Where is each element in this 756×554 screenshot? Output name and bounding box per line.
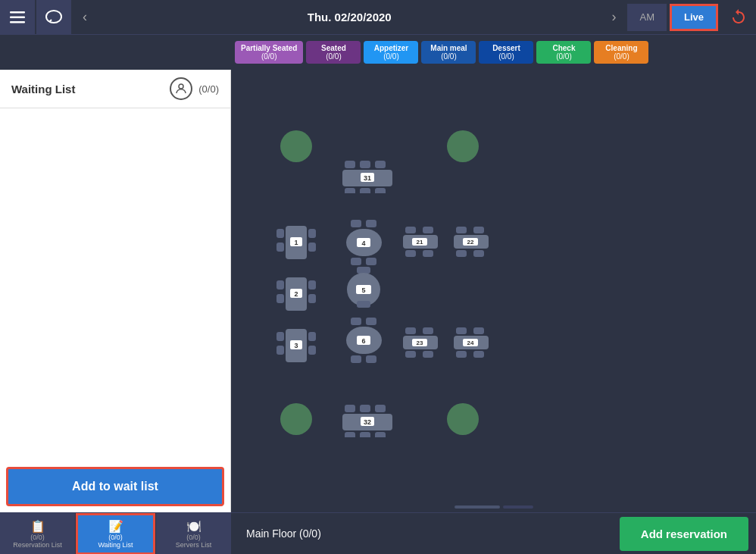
svg-rect-88 [375, 432, 386, 437]
svg-rect-65 [366, 355, 376, 363]
sidebar-header: Waiting List (0/0) [0, 70, 230, 108]
svg-rect-35 [456, 227, 467, 233]
svg-text:21: 21 [417, 239, 423, 246]
svg-rect-6 [360, 161, 370, 168]
servers-list-icon: 🍽️ [186, 519, 201, 534]
table-1[interactable]: 1 [275, 221, 317, 266]
svg-rect-31 [405, 250, 416, 257]
svg-rect-75 [456, 327, 467, 334]
tab-count: (0/0) [108, 534, 123, 541]
svg-rect-28 [405, 227, 416, 233]
svg-rect-1 [10, 17, 25, 19]
live-button[interactable]: Live [670, 4, 718, 31]
svg-rect-79 [473, 351, 484, 358]
status-label: Appetizer [370, 44, 412, 52]
floor-info: Main Floor (0/0) [231, 527, 620, 540]
svg-rect-42 [276, 280, 284, 290]
svg-rect-55 [276, 346, 284, 355]
svg-rect-78 [456, 351, 467, 358]
svg-rect-21 [351, 220, 361, 227]
sidebar-count: (0/0) [198, 83, 219, 95]
am-button[interactable]: AM [627, 4, 667, 31]
status-count: (0/0) [427, 52, 470, 61]
svg-text:23: 23 [417, 340, 423, 346]
chevron-right-icon: › [611, 9, 616, 25]
svg-rect-86 [345, 432, 355, 437]
svg-text:3: 3 [294, 342, 298, 349]
nav-next-button[interactable]: › [600, 0, 627, 34]
svg-rect-46 [308, 294, 316, 303]
status-partially-seated[interactable]: Partially Seated (0/0) [235, 41, 303, 64]
svg-rect-5 [345, 161, 355, 168]
date-display: Thu. 02/20/2020 [98, 0, 600, 34]
svg-rect-0 [10, 11, 25, 14]
refresh-button[interactable] [721, 0, 756, 35]
svg-rect-39 [473, 250, 484, 257]
table-3[interactable]: 3 [275, 324, 317, 369]
svg-rect-83 [360, 405, 370, 412]
status-label: Check [542, 44, 585, 52]
menu-button[interactable] [0, 0, 35, 35]
svg-text:2: 2 [294, 290, 298, 298]
table-2[interactable]: 2 [275, 273, 317, 318]
svg-text:22: 22 [467, 239, 474, 246]
table-5[interactable]: 5 [343, 265, 385, 312]
sidebar: Waiting List (0/0) Add to wait list [0, 70, 231, 512]
svg-rect-17 [308, 229, 316, 238]
tab-count: (0/0) [30, 534, 45, 541]
tab-servers-list[interactable]: 🍽️ (0/0) Servers List [155, 513, 231, 555]
menu-icon [10, 11, 25, 23]
table-24[interactable]: 24 [452, 326, 490, 361]
status-check[interactable]: Check (0/0) [536, 41, 591, 64]
table-21[interactable]: 21 [401, 225, 439, 260]
svg-rect-54 [276, 332, 284, 341]
plant-bottom-left [280, 403, 312, 435]
table-23[interactable]: 23 [401, 326, 439, 361]
table-4[interactable]: 4 [343, 218, 385, 268]
nav-prev-button[interactable]: ‹ [71, 0, 98, 34]
svg-text:24: 24 [467, 340, 474, 346]
svg-point-3 [46, 11, 61, 23]
svg-rect-9 [345, 188, 355, 193]
sidebar-content [0, 108, 230, 461]
table-22[interactable]: 22 [452, 225, 490, 260]
status-appetizer[interactable]: Appetizer (0/0) [364, 41, 418, 64]
status-main-meal[interactable]: Main meal (0/0) [421, 41, 476, 64]
svg-rect-25 [366, 258, 376, 265]
status-label: Cleaning [600, 44, 642, 52]
sidebar-title: Waiting List [11, 83, 170, 95]
scroll-indicator [455, 505, 533, 509]
svg-point-4 [179, 84, 183, 89]
svg-rect-69 [423, 327, 433, 334]
svg-rect-32 [423, 250, 433, 257]
chat-icon [45, 10, 62, 25]
status-seated[interactable]: Seated (0/0) [306, 41, 361, 64]
add-reservation-button[interactable]: Add reservation [620, 517, 748, 551]
svg-text:4: 4 [361, 239, 365, 247]
svg-rect-58 [308, 346, 316, 355]
tab-reservation-list[interactable]: 📋 (0/0) Reservation List [0, 513, 76, 555]
svg-rect-7 [375, 161, 386, 168]
svg-rect-84 [375, 405, 386, 412]
floor-plan: 31 1 [231, 70, 756, 512]
table-31[interactable]: 31 [341, 159, 394, 196]
status-dessert[interactable]: Dessert (0/0) [479, 41, 533, 64]
status-label: Partially Seated [241, 44, 297, 52]
table-6[interactable]: 6 [343, 316, 385, 366]
status-count: (0/0) [312, 52, 355, 61]
tab-count: (0/0) [186, 534, 201, 541]
date-text: Thu. 02/20/2020 [308, 11, 392, 23]
status-label: Main meal [427, 44, 470, 52]
svg-rect-38 [456, 250, 467, 257]
add-waitlist-button[interactable]: Add to wait list [6, 467, 224, 506]
status-count: (0/0) [241, 52, 297, 61]
status-cleaning[interactable]: Cleaning (0/0) [594, 41, 648, 64]
svg-rect-2 [10, 21, 25, 23]
table-32[interactable]: 32 [341, 403, 394, 440]
svg-rect-72 [423, 351, 433, 358]
svg-rect-82 [345, 405, 355, 412]
plant-bottom-right [447, 403, 479, 435]
chat-button[interactable] [36, 0, 71, 35]
tab-waiting-list[interactable]: 📝 (0/0) Waiting List [76, 513, 155, 555]
svg-rect-36 [473, 227, 484, 233]
